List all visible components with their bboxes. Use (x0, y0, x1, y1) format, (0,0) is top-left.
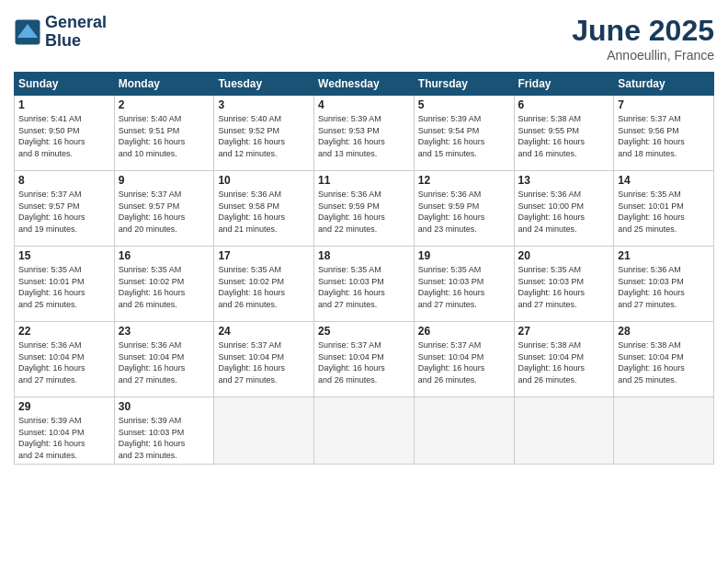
month-title: June 2025 (572, 14, 714, 48)
day-number: 7 (618, 98, 710, 111)
calendar-cell (614, 397, 714, 465)
day-info: Sunrise: 5:40 AMSunset: 9:52 PMDaylight:… (218, 113, 310, 159)
calendar-cell: 5Sunrise: 5:39 AMSunset: 9:54 PMDaylight… (414, 96, 514, 171)
day-info: Sunrise: 5:37 AMSunset: 10:04 PMDaylight… (218, 339, 310, 385)
calendar-cell (514, 397, 614, 465)
calendar-cell: 21Sunrise: 5:36 AMSunset: 10:03 PMDaylig… (614, 247, 714, 322)
calendar-cell: 23Sunrise: 5:36 AMSunset: 10:04 PMDaylig… (114, 322, 214, 397)
day-number: 22 (18, 325, 110, 338)
logo-line2: Blue (45, 32, 107, 51)
calendar-cell: 8Sunrise: 5:37 AMSunset: 9:57 PMDaylight… (15, 171, 115, 247)
day-info: Sunrise: 5:36 AMSunset: 10:04 PMDaylight… (119, 339, 210, 385)
day-number: 14 (618, 174, 710, 187)
day-info: Sunrise: 5:37 AMSunset: 9:57 PMDaylight:… (18, 189, 110, 235)
day-info: Sunrise: 5:36 AMSunset: 10:00 PMDaylight… (518, 189, 610, 235)
header-tuesday: Tuesday (214, 73, 314, 96)
calendar-cell: 2Sunrise: 5:40 AMSunset: 9:51 PMDaylight… (114, 96, 214, 171)
day-number: 6 (518, 98, 610, 111)
calendar-cell: 27Sunrise: 5:38 AMSunset: 10:04 PMDaylig… (514, 322, 614, 397)
calendar-cell: 17Sunrise: 5:35 AMSunset: 10:02 PMDaylig… (214, 247, 314, 322)
calendar-cell: 30Sunrise: 5:39 AMSunset: 10:03 PMDaylig… (114, 397, 214, 465)
day-number: 15 (18, 249, 110, 262)
day-number: 26 (418, 325, 510, 338)
day-info: Sunrise: 5:37 AMSunset: 10:04 PMDaylight… (418, 339, 510, 385)
day-info: Sunrise: 5:35 AMSunset: 10:01 PMDaylight… (18, 264, 110, 310)
calendar-cell: 10Sunrise: 5:36 AMSunset: 9:58 PMDayligh… (214, 171, 314, 247)
day-number: 10 (218, 174, 310, 187)
day-info: Sunrise: 5:37 AMSunset: 10:04 PMDaylight… (318, 339, 410, 385)
header-sunday: Sunday (15, 73, 115, 96)
day-info: Sunrise: 5:37 AMSunset: 9:56 PMDaylight:… (618, 113, 710, 159)
calendar-cell: 12Sunrise: 5:36 AMSunset: 9:59 PMDayligh… (414, 171, 514, 247)
header-friday: Friday (514, 73, 614, 96)
day-info: Sunrise: 5:36 AMSunset: 10:04 PMDaylight… (18, 339, 110, 385)
day-number: 23 (119, 325, 210, 338)
calendar-cell: 19Sunrise: 5:35 AMSunset: 10:03 PMDaylig… (414, 247, 514, 322)
calendar-header-row: SundayMondayTuesdayWednesdayThursdayFrid… (15, 73, 714, 96)
day-info: Sunrise: 5:39 AMSunset: 10:04 PMDaylight… (18, 415, 110, 461)
calendar-cell (214, 397, 314, 465)
logo-line1: General (45, 14, 107, 32)
week-row-3: 15Sunrise: 5:35 AMSunset: 10:01 PMDaylig… (15, 247, 714, 322)
day-number: 1 (18, 98, 110, 111)
day-info: Sunrise: 5:38 AMSunset: 10:04 PMDaylight… (518, 339, 610, 385)
day-info: Sunrise: 5:35 AMSunset: 10:03 PMDaylight… (418, 264, 510, 310)
header: General Blue June 2025 Annoeullin, Franc… (14, 14, 714, 63)
day-info: Sunrise: 5:35 AMSunset: 10:03 PMDaylight… (318, 264, 410, 310)
day-info: Sunrise: 5:35 AMSunset: 10:01 PMDaylight… (618, 189, 710, 235)
day-number: 8 (18, 174, 110, 187)
day-info: Sunrise: 5:36 AMSunset: 9:59 PMDaylight:… (318, 189, 410, 235)
day-info: Sunrise: 5:37 AMSunset: 9:57 PMDaylight:… (119, 189, 210, 235)
calendar-cell: 24Sunrise: 5:37 AMSunset: 10:04 PMDaylig… (214, 322, 314, 397)
day-number: 13 (518, 174, 610, 187)
day-number: 18 (318, 249, 410, 262)
title-block: June 2025 Annoeullin, France (572, 14, 714, 63)
day-number: 11 (318, 174, 410, 187)
day-info: Sunrise: 5:36 AMSunset: 10:03 PMDaylight… (618, 264, 710, 310)
calendar-cell: 11Sunrise: 5:36 AMSunset: 9:59 PMDayligh… (314, 171, 415, 247)
week-row-1: 1Sunrise: 5:41 AMSunset: 9:50 PMDaylight… (15, 96, 714, 171)
logo-icon (14, 18, 41, 46)
calendar-cell: 29Sunrise: 5:39 AMSunset: 10:04 PMDaylig… (15, 397, 115, 465)
day-number: 29 (18, 400, 110, 413)
day-info: Sunrise: 5:35 AMSunset: 10:03 PMDaylight… (518, 264, 610, 310)
calendar-cell (414, 397, 514, 465)
day-number: 19 (418, 249, 510, 262)
location: Annoeullin, France (572, 48, 714, 63)
calendar-cell: 6Sunrise: 5:38 AMSunset: 9:55 PMDaylight… (514, 96, 614, 171)
day-info: Sunrise: 5:36 AMSunset: 9:59 PMDaylight:… (418, 189, 510, 235)
day-number: 12 (418, 174, 510, 187)
day-number: 27 (518, 325, 610, 338)
day-number: 20 (518, 249, 610, 262)
day-info: Sunrise: 5:39 AMSunset: 9:54 PMDaylight:… (418, 113, 510, 159)
week-row-4: 22Sunrise: 5:36 AMSunset: 10:04 PMDaylig… (15, 322, 714, 397)
calendar-cell: 7Sunrise: 5:37 AMSunset: 9:56 PMDaylight… (614, 96, 714, 171)
calendar-cell: 25Sunrise: 5:37 AMSunset: 10:04 PMDaylig… (314, 322, 415, 397)
day-number: 5 (418, 98, 510, 111)
calendar: SundayMondayTuesdayWednesdayThursdayFrid… (14, 72, 714, 465)
day-info: Sunrise: 5:35 AMSunset: 10:02 PMDaylight… (119, 264, 210, 310)
day-info: Sunrise: 5:36 AMSunset: 9:58 PMDaylight:… (218, 189, 310, 235)
calendar-cell: 20Sunrise: 5:35 AMSunset: 10:03 PMDaylig… (514, 247, 614, 322)
header-monday: Monday (114, 73, 214, 96)
calendar-cell: 16Sunrise: 5:35 AMSunset: 10:02 PMDaylig… (114, 247, 214, 322)
week-row-2: 8Sunrise: 5:37 AMSunset: 9:57 PMDaylight… (15, 171, 714, 247)
calendar-cell: 13Sunrise: 5:36 AMSunset: 10:00 PMDaylig… (514, 171, 614, 247)
header-saturday: Saturday (614, 73, 714, 96)
day-number: 28 (618, 325, 710, 338)
day-number: 16 (119, 249, 210, 262)
day-info: Sunrise: 5:39 AMSunset: 10:03 PMDaylight… (119, 415, 210, 461)
page: General Blue June 2025 Annoeullin, Franc… (0, 0, 728, 563)
calendar-cell (314, 397, 415, 465)
day-number: 24 (218, 325, 310, 338)
day-number: 2 (119, 98, 210, 111)
calendar-cell: 15Sunrise: 5:35 AMSunset: 10:01 PMDaylig… (15, 247, 115, 322)
header-thursday: Thursday (414, 73, 514, 96)
calendar-cell: 4Sunrise: 5:39 AMSunset: 9:53 PMDaylight… (314, 96, 415, 171)
day-info: Sunrise: 5:40 AMSunset: 9:51 PMDaylight:… (119, 113, 210, 159)
day-info: Sunrise: 5:41 AMSunset: 9:50 PMDaylight:… (18, 113, 110, 159)
logo-text: General Blue (45, 14, 107, 51)
day-number: 21 (618, 249, 710, 262)
calendar-cell: 18Sunrise: 5:35 AMSunset: 10:03 PMDaylig… (314, 247, 415, 322)
day-info: Sunrise: 5:39 AMSunset: 9:53 PMDaylight:… (318, 113, 410, 159)
